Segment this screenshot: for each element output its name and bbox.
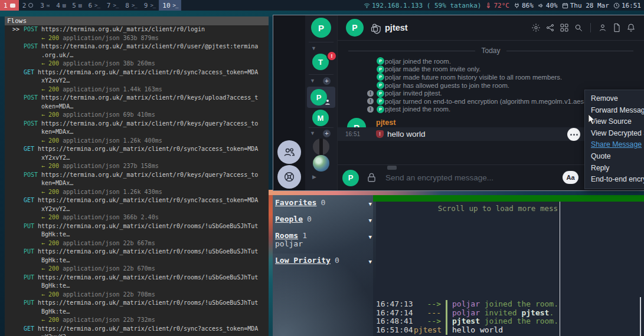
- room-avatar-image[interactable]: [313, 139, 329, 155]
- unencrypted-warning-shield-icon: !: [376, 130, 384, 138]
- workspace-button-9[interactable]: 9>_: [140, 0, 159, 11]
- buffer-section-header[interactable]: Rooms1▼: [275, 232, 373, 240]
- buffer-room-item[interactable]: poljar: [275, 240, 373, 248]
- buffer-section-header[interactable]: People0▼: [275, 215, 373, 223]
- flow-entry[interactable]: GET https://termina.org.uk/_matrix/clien…: [5, 145, 269, 171]
- event-text: pjtest joined the room.: [385, 106, 450, 113]
- composer-input[interactable]: Send an encrypted message...: [385, 173, 493, 182]
- event-text: poljar made the room invite only.: [385, 65, 480, 73]
- flow-entry[interactable]: PUT https://termina.org.uk/_matrix/clien…: [5, 222, 269, 248]
- room-avatar[interactable]: P: [346, 19, 364, 37]
- flow-response-line: ← 200 application/json 22b 667ms: [5, 239, 269, 248]
- context-menu-item-remove[interactable]: Remove: [585, 93, 644, 105]
- add-room-button[interactable]: +: [323, 77, 331, 85]
- event-avatar: P: [377, 81, 384, 89]
- community-panel: [273, 15, 305, 190]
- collapse-triangle-icon[interactable]: ▼: [369, 258, 372, 266]
- shield-icon: [372, 25, 382, 35]
- buffer-section-header[interactable]: Low Priority0▼: [275, 256, 373, 265]
- chevron-right-icon[interactable]: ▶: [312, 174, 316, 180]
- section-label: Rooms: [275, 231, 298, 240]
- settings-gear-icon[interactable]: [531, 23, 541, 32]
- workspace-button-7[interactable]: 7>_: [103, 0, 122, 11]
- flow-entry[interactable]: PUT https://termina.org.uk/_matrix/clien…: [5, 248, 269, 274]
- flow-entry[interactable]: GET https://termina.org.uk/_matrix/clien…: [5, 325, 269, 336]
- message-options-button[interactable]: [567, 128, 580, 141]
- chat-message-part: hello world: [452, 325, 503, 334]
- room-avatar[interactable]: M: [312, 110, 329, 126]
- thermometer-icon: [485, 2, 492, 9]
- explore-communities-button[interactable]: [277, 165, 301, 189]
- terminal-scrollbar[interactable]: [640, 297, 641, 336]
- workspace-button-3[interactable]: 3✉: [37, 0, 53, 11]
- chat-icon: [10, 4, 15, 8]
- person-icon: [324, 98, 331, 106]
- members-button[interactable]: [277, 140, 301, 164]
- workspace-button-5[interactable]: 5▤: [68, 0, 84, 11]
- explore-icon: [283, 170, 296, 183]
- collapse-triangle-icon[interactable]: ▼: [369, 233, 372, 241]
- workspace-button-1[interactable]: 1: [0, 0, 19, 11]
- context-menu-item-share-message[interactable]: Share Message: [585, 139, 644, 151]
- search-icon[interactable]: [574, 23, 583, 32]
- context-menu-item-quote[interactable]: Quote: [585, 151, 644, 163]
- response-status: ← 200: [41, 137, 59, 144]
- chevron-down-icon[interactable]: ▼: [310, 130, 315, 136]
- context-menu-item-end-to-end-encryp[interactable]: End-to-end encryp: [585, 174, 644, 186]
- chat-timestamp: 16:48:41: [376, 317, 414, 326]
- share-icon[interactable]: [545, 23, 555, 32]
- buffer-section: Favorites0▼: [275, 199, 373, 207]
- flow-response-line: ← 200 application/json 363b 879ms: [5, 34, 269, 43]
- prefix-separator-bar: [446, 309, 447, 318]
- flow-entry[interactable]: PUT https://termina.org.uk/_matrix/clien…: [5, 299, 269, 325]
- chevron-down-icon[interactable]: ▼: [311, 45, 316, 51]
- response-meta: application/json 22b 708ms: [59, 291, 155, 298]
- room-avatar-image[interactable]: [313, 155, 329, 172]
- context-menu-item-view-decrypted-s[interactable]: View Decrypted S: [585, 128, 644, 140]
- user-avatar[interactable]: P: [311, 18, 331, 38]
- flow-response-line: ← 200 application/json 38b 260ms: [5, 60, 269, 68]
- collapse-triangle-icon[interactable]: ▼: [369, 216, 372, 225]
- text-format-button[interactable]: Aa: [563, 171, 578, 184]
- chevron-down-icon[interactable]: ▼: [310, 78, 315, 84]
- divider-line: [348, 51, 475, 51]
- buffer-section-header[interactable]: Favorites0▼: [275, 199, 373, 207]
- flow-entry[interactable]: POST https://termina.org.uk/_matrix/clie…: [5, 94, 269, 120]
- workspace-button-6[interactable]: 6>_: [84, 0, 103, 11]
- book-icon: ▤: [79, 2, 81, 8]
- file-icon[interactable]: [612, 23, 622, 32]
- flow-url-continuation: xY2xvY2…: [5, 333, 269, 336]
- flow-url-continuation: BgHk:te…: [5, 308, 269, 317]
- response-status: ← 200: [41, 111, 59, 118]
- add-room-button[interactable]: +: [323, 130, 331, 137]
- notifications-bell-icon[interactable]: [626, 23, 636, 32]
- chat-log: 16:47:13-->poljar joined the room.16:47:…: [376, 300, 558, 335]
- workspace-button-4[interactable]: 4▤: [53, 0, 68, 11]
- message-context-menu: RemoveForward MessageView SourceView Dec…: [584, 90, 644, 189]
- apps-grid-icon[interactable]: [560, 23, 569, 32]
- flow-entry[interactable]: POST https://termina.org.uk/_matrix/clie…: [5, 120, 269, 146]
- workspace-button-8[interactable]: 8>_: [122, 0, 140, 11]
- context-menu-item-reply[interactable]: Reply: [585, 163, 644, 174]
- workspace-button-2[interactable]: 2: [19, 0, 37, 11]
- selected-room-tile[interactable]: P: [307, 87, 335, 108]
- flow-url-continuation: BgHk:te…: [5, 256, 269, 265]
- flow-entry[interactable]: POST https://termina.org.uk/_matrix/clie…: [5, 42, 269, 68]
- flow-entry[interactable]: >>POST https://termina.org.uk/_matrix/cl…: [5, 25, 269, 42]
- prefix-separator-bar: [446, 300, 447, 309]
- flow-entry[interactable]: POST https://termina.org.uk/_matrix/clie…: [5, 171, 269, 197]
- member-list-icon[interactable]: [598, 23, 607, 32]
- flow-entry[interactable]: GET https://termina.org.uk/_matrix/clien…: [5, 196, 269, 222]
- collapse-triangle-icon[interactable]: ▼: [369, 200, 372, 208]
- flow-entry[interactable]: PUT https://termina.org.uk/_matrix/clien…: [5, 274, 269, 299]
- scrollback-hint: Scroll up to load more mess: [438, 204, 558, 213]
- flow-entry[interactable]: GET https://termina.org.uk/_matrix/clien…: [5, 68, 269, 94]
- battery-text: 86%: [522, 2, 534, 9]
- response-meta: application/json 22b 670ms: [59, 265, 155, 272]
- composer-format-hint: [387, 166, 397, 170]
- mail-icon: ✉: [47, 2, 49, 8]
- flow-response-line: ← 200 application/json 1.26k 400ms: [5, 137, 269, 146]
- workspace-button-10[interactable]: 10>_: [159, 0, 181, 11]
- flow-url-continuation: BgHk:te…: [5, 282, 269, 291]
- flow-url-continuation: xY2xvY2…: [5, 77, 269, 85]
